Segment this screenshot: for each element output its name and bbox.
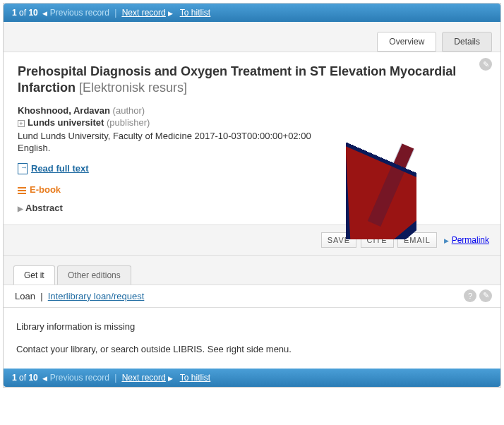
- to-hitlist-link-bottom[interactable]: To hitlist: [180, 373, 210, 383]
- permalink-link[interactable]: Permalink: [452, 235, 489, 245]
- gear-icon[interactable]: ✎: [479, 289, 492, 302]
- fulltext-icon: [18, 163, 28, 174]
- email-button[interactable]: EMAIL: [397, 232, 437, 248]
- position-total: 10: [28, 8, 37, 18]
- prev-record-link: Previous record: [50, 8, 109, 18]
- chevron-right-icon: ▶: [18, 205, 23, 212]
- cite-button[interactable]: CITE: [361, 232, 394, 248]
- tab-other-editions[interactable]: Other editions: [57, 265, 131, 285]
- loan-label: Loan: [15, 291, 35, 301]
- record-title: Prehospital Diagnosis and Oxygen Treatme…: [18, 64, 486, 97]
- overview-tabs: Overview Details: [4, 22, 500, 52]
- loan-bar: Loan | Interlibrary loan/request ? ✎: [4, 285, 500, 308]
- expand-icon[interactable]: +: [18, 120, 25, 127]
- to-hitlist-link[interactable]: To hitlist: [180, 8, 210, 18]
- ebook-label: E-book: [18, 184, 486, 196]
- tab-overview[interactable]: Overview: [377, 32, 436, 52]
- interlibrary-loan-link[interactable]: Interlibrary loan/request: [48, 291, 145, 301]
- bottom-navbar: 1 of 10 ◀ Previous record | Next record …: [4, 369, 500, 387]
- position-current: 1: [12, 8, 17, 18]
- abstract-toggle[interactable]: ▶Abstract: [18, 203, 486, 213]
- top-navbar: 1 of 10 ◀ Previous record | Next record …: [4, 4, 500, 22]
- next-record-link-bottom[interactable]: Next record: [122, 373, 166, 383]
- tab-details[interactable]: Details: [442, 32, 492, 52]
- publisher-line: +Lunds universitet (publisher): [18, 117, 486, 128]
- ebook-icon: [18, 186, 26, 196]
- library-message: Library information is missing Contact y…: [4, 308, 500, 369]
- prev-record-link-bottom: Previous record: [50, 373, 109, 383]
- next-record-link[interactable]: Next record: [122, 8, 166, 18]
- author-line: Khoshnood, Ardavan (author): [18, 105, 486, 116]
- imprint: Lund Lunds University, Faculty of Medici…: [18, 131, 486, 141]
- tab-getit[interactable]: Get it: [13, 265, 55, 285]
- actions-bar: SAVE CITE EMAIL ▶ Permalink: [4, 225, 500, 256]
- read-full-link[interactable]: Read full text: [31, 163, 89, 174]
- getit-tabs: Get it Other editions: [4, 256, 500, 285]
- help-icon[interactable]: ?: [464, 289, 476, 302]
- save-button[interactable]: SAVE: [321, 232, 357, 248]
- language: English.: [18, 143, 486, 153]
- gear-icon[interactable]: ✎: [479, 58, 492, 71]
- read-full-text: Read full text: [18, 163, 486, 175]
